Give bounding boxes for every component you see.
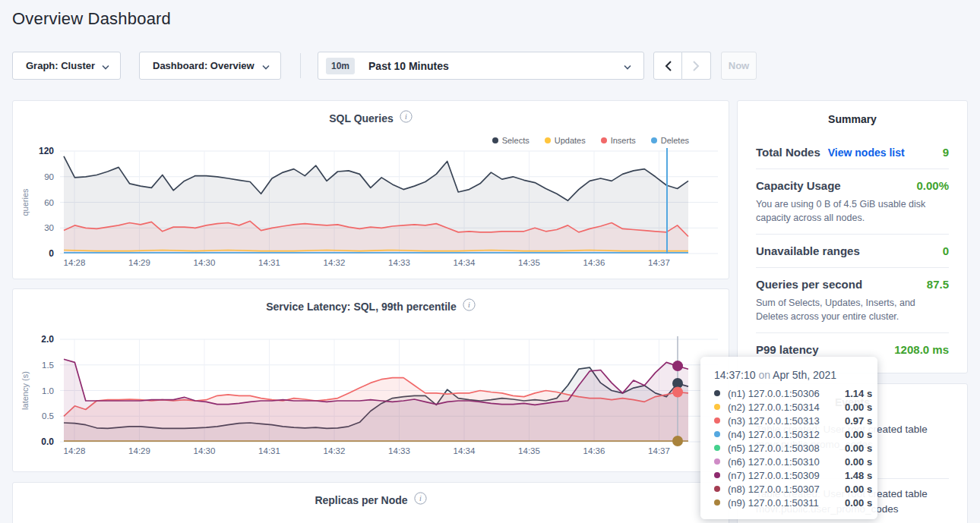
legend-label: Inserts: [611, 136, 636, 145]
svg-text:14:29: 14:29: [128, 258, 150, 267]
svg-text:14:35: 14:35: [518, 258, 540, 267]
graph-dropdown[interactable]: Graph: Cluster: [12, 52, 121, 80]
tooltip-node-label: (n1) 127.0.0.1:50306: [728, 388, 842, 399]
tooltip-node-label: (n9) 127.0.0.1:50311: [728, 497, 842, 509]
svg-text:1.0: 1.0: [42, 386, 54, 395]
time-range-badge: 10m: [326, 58, 355, 74]
legend-item-selects[interactable]: Selects: [492, 136, 530, 145]
tooltip-node-label: (n7) 127.0.0.1:50309: [728, 470, 842, 481]
updates-dot-icon: [545, 137, 551, 143]
tooltip-node-value: 0.00 s: [845, 429, 872, 440]
tooltip-node-label: (n6) 127.0.0.1:50310: [728, 456, 842, 468]
service-latency-chart[interactable]: 0.00.51.01.52.014:2814:2914:3014:3114:32…: [13, 289, 729, 471]
tooltip-node-row: (n3) 127.0.0.1:50313 0.97 s: [714, 414, 877, 427]
node-dot-icon: [714, 431, 720, 437]
tooltip-node-row: (n8) 127.0.0.1:50307 0.00 s: [714, 482, 877, 496]
capacity-usage-description: You are using 0 B of 4.5 GiB usable disk…: [756, 197, 949, 225]
replicas-per-node-card: Replicas per Node i: [12, 482, 729, 523]
tooltip-node-value: 0.00 s: [845, 497, 872, 509]
tooltip-node-row: (n7) 127.0.0.1:50309 1.48 s: [714, 468, 877, 482]
svg-text:120: 120: [39, 146, 54, 156]
svg-text:14:33: 14:33: [388, 258, 410, 267]
tooltip-node-label: (n4) 127.0.0.1:50312: [728, 429, 842, 440]
svg-text:90: 90: [44, 172, 54, 181]
svg-text:14:37: 14:37: [648, 258, 670, 267]
capacity-usage-label: Capacity Usage: [756, 179, 841, 192]
svg-text:14:31: 14:31: [258, 258, 280, 267]
chevron-down-icon: [262, 59, 270, 73]
tooltip-node-row: (n1) 127.0.0.1:50306 1.14 s: [714, 386, 877, 400]
svg-text:0.0: 0.0: [41, 436, 54, 447]
svg-text:queries: queries: [21, 188, 30, 216]
node-dot-icon: [714, 404, 720, 410]
svg-text:14:29: 14:29: [128, 446, 150, 455]
time-range-dropdown[interactable]: 10m Past 10 Minutes: [318, 52, 644, 80]
tooltip-node-label: (n5) 127.0.0.1:50308: [728, 443, 842, 454]
sql-queries-card: 030609012014:2814:2914:3014:3114:3214:33…: [12, 100, 729, 279]
chart-hover-tooltip: 14:37:10 on Apr 5th, 2021 (n1) 127.0.0.1…: [700, 357, 877, 519]
tooltip-timestamp: 14:37:10 on Apr 5th, 2021: [714, 369, 877, 381]
unavailable-ranges-value: 0: [943, 244, 949, 257]
tooltip-node-value: 0.00 s: [845, 484, 872, 495]
tooltip-node-label: (n2) 127.0.0.1:50314: [728, 402, 842, 413]
chevron-down-icon: [102, 59, 109, 73]
summary-panel: Summary Total Nodes View nodes list 9 Ca…: [737, 100, 968, 373]
queries-per-second-description: Sum of Selects, Updates, Inserts, and De…: [756, 296, 949, 323]
tooltip-node-value: 1.14 s: [845, 388, 872, 399]
node-dot-icon: [714, 417, 720, 424]
node-dot-icon: [714, 472, 720, 478]
time-prev-button[interactable]: [653, 52, 682, 80]
replicas-per-node-title: Replicas per Node: [315, 494, 407, 506]
queries-per-second-label: Queries per second: [756, 278, 862, 291]
svg-text:14:33: 14:33: [388, 446, 410, 455]
view-nodes-list-link[interactable]: View nodes list: [828, 147, 905, 159]
graph-dropdown-label: Graph: Cluster: [26, 60, 95, 71]
service-latency-card: 0.00.51.01.52.014:2814:2914:3014:3114:32…: [12, 288, 729, 472]
svg-text:14:30: 14:30: [194, 446, 216, 455]
legend-label: Deletes: [661, 136, 689, 145]
tooltip-node-row: (n5) 127.0.0.1:50308 0.00 s: [714, 441, 877, 455]
time-nav-group: [653, 52, 711, 80]
legend-label: Updates: [555, 136, 586, 145]
tooltip-node-row: (n2) 127.0.0.1:50314 0.00 s: [714, 400, 877, 414]
info-icon[interactable]: i: [414, 492, 427, 508]
legend-item-inserts[interactable]: Inserts: [601, 136, 636, 145]
svg-text:14:37: 14:37: [648, 446, 670, 455]
svg-text:14:28: 14:28: [64, 258, 86, 267]
node-dot-icon: [714, 499, 720, 506]
tooltip-node-value: 0.00 s: [845, 443, 872, 454]
page-title: Overview Dashboard: [12, 9, 171, 29]
info-icon[interactable]: i: [400, 110, 413, 126]
chevron-right-icon: [693, 61, 700, 71]
svg-text:14:35: 14:35: [518, 446, 540, 455]
chevron-left-icon: [665, 61, 672, 71]
sql-queries-chart[interactable]: 030609012014:2814:2914:3014:3114:3214:33…: [13, 101, 729, 279]
chart-legend: Selects Updates Inserts Deletes: [492, 136, 689, 145]
legend-item-deletes[interactable]: Deletes: [651, 136, 689, 145]
svg-text:14:34: 14:34: [454, 446, 476, 455]
node-dot-icon: [714, 390, 720, 396]
svg-text:i: i: [405, 112, 407, 121]
dashboard-dropdown[interactable]: Dashboard: Overview: [139, 52, 281, 80]
node-dot-icon: [714, 486, 720, 492]
svg-text:14:32: 14:32: [324, 258, 346, 267]
legend-item-updates[interactable]: Updates: [545, 136, 586, 145]
tooltip-node-value: 0.00 s: [845, 402, 872, 413]
total-nodes-label: Total Nodes: [756, 146, 820, 159]
toolbar-divider: [300, 53, 301, 78]
tooltip-node-row: (n6) 127.0.0.1:50310 0.00 s: [714, 455, 877, 468]
svg-text:0.5: 0.5: [42, 411, 54, 421]
deletes-dot-icon: [651, 137, 657, 143]
svg-text:30: 30: [44, 223, 54, 232]
dashboard-dropdown-label: Dashboard: Overview: [153, 60, 254, 71]
tooltip-node-row: (n4) 127.0.0.1:50312 0.00 s: [714, 427, 877, 441]
tooltip-node-value: 1.48 s: [845, 470, 872, 481]
summary-total-nodes-row: Total Nodes View nodes list 9: [756, 136, 949, 169]
now-button[interactable]: Now: [721, 52, 757, 80]
info-icon[interactable]: i: [463, 298, 476, 314]
svg-text:14:28: 14:28: [64, 446, 86, 455]
svg-text:i: i: [419, 494, 422, 503]
time-next-button[interactable]: [682, 52, 711, 80]
tooltip-node-label: (n3) 127.0.0.1:50313: [728, 415, 842, 427]
svg-text:2.0: 2.0: [41, 334, 54, 345]
